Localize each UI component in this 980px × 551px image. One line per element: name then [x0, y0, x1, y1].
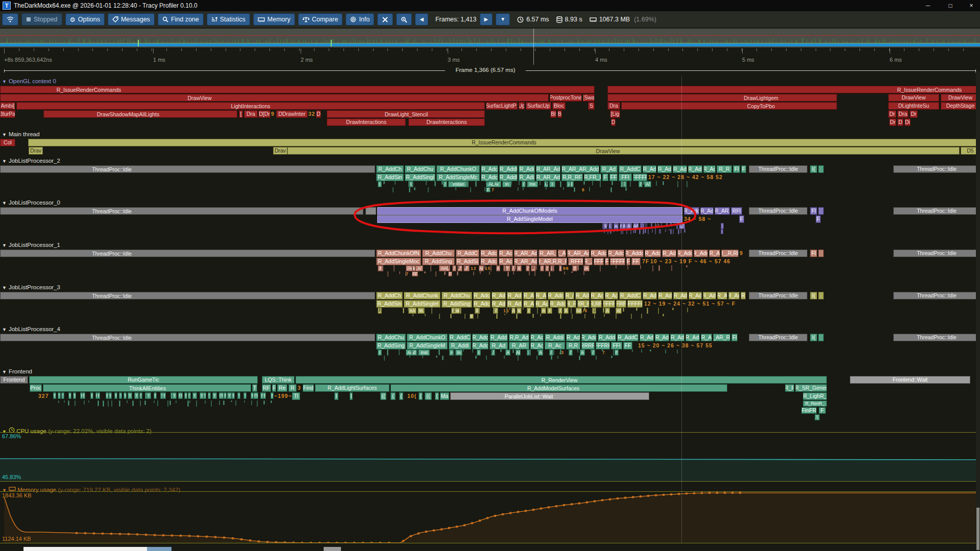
zone-tick[interactable]: [424, 308, 425, 311]
zone-chip[interactable]: Bl: [550, 110, 556, 118]
zone-tick[interactable]: [459, 308, 460, 313]
find-zone-button[interactable]: Find zone: [158, 13, 204, 26]
zone-chip[interactable]: \: [815, 414, 820, 420]
zone-tick[interactable]: [546, 187, 547, 190]
zone-chip[interactable]: 32: [308, 110, 315, 118]
zone-tick[interactable]: [523, 308, 524, 310]
zone-chip[interactable]: T: [184, 392, 187, 399]
zone-tick[interactable]: [611, 181, 613, 185]
zone-chip[interactable]: T: [82, 392, 85, 399]
zone-chip[interactable]: AA: [576, 308, 582, 314]
zone-chip[interactable]: R_Adc: [473, 300, 491, 308]
zone-tick[interactable]: [674, 223, 675, 226]
zone-chip[interactable]: SurfacUp: [526, 102, 551, 110]
zone-chip[interactable]: R_A: [709, 249, 720, 257]
zone-chip[interactable]: R_AddSingl: [405, 173, 435, 181]
zone-tick[interactable]: [561, 265, 562, 269]
zone-chip[interactable]: FF: [623, 342, 632, 349]
compare-button[interactable]: Compare: [298, 13, 342, 26]
zone-tick[interactable]: [591, 349, 592, 353]
zone-tick[interactable]: [509, 308, 510, 310]
zone-tick[interactable]: [663, 314, 664, 316]
zone-chip[interactable]: ThreadProc::Idle: [0, 334, 375, 341]
zone-chip[interactable]: ((: [425, 392, 432, 400]
zone-chip[interactable]: 7: [492, 187, 496, 192]
zone-tick[interactable]: [457, 271, 458, 276]
zone-chip[interactable]: R,RF: [591, 300, 602, 308]
minimize-button[interactable]: ─: [919, 0, 937, 11]
zone-chip[interactable]: FRF: [616, 300, 626, 308]
zone-chip[interactable]: AA: [620, 223, 626, 229]
zone-chip[interactable]: DrawLight_Stencil: [327, 110, 485, 118]
zone-chip[interactable]: R_Ac: [703, 165, 716, 173]
zone-chip[interactable]: R_A: [701, 334, 712, 341]
zone-tick[interactable]: [610, 187, 612, 192]
zone-chip[interactable]: Fl: [731, 334, 738, 341]
zone-chip[interactable]: ThreadProc::Idle: [0, 292, 375, 299]
zone-chip[interactable]: R_AR_Ad: [536, 173, 560, 181]
zone-chip[interactable]: R_AR_Ad: [514, 258, 537, 265]
zone-chip[interactable]: R_AddModelSurfaces: [390, 384, 727, 392]
zone-chip[interactable]: ThreadProc::Idle: [0, 249, 375, 257]
zone-tick[interactable]: [665, 349, 666, 354]
zone-tick[interactable]: [97, 400, 99, 406]
zone-chip[interactable]: FFFFF: [610, 258, 625, 265]
zone-chip[interactable]: R_Ad: [640, 334, 654, 341]
zone-chip[interactable]: /: [443, 181, 447, 187]
zone-tick[interactable]: [518, 356, 519, 361]
zone-chip[interactable]: T: [146, 392, 151, 399]
zone-tick[interactable]: [673, 229, 674, 234]
zone-tick[interactable]: [641, 314, 642, 318]
collapse-triangle-icon[interactable]: ▼: [2, 243, 7, 248]
thread-header-joblistprocessor-0[interactable]: ▼JobListProcessor_0: [2, 199, 60, 206]
zone-tick[interactable]: [414, 187, 415, 190]
zone-chip[interactable]: FF: [631, 258, 641, 265]
zone-chip[interactable]: R_RenR_: [803, 400, 827, 407]
zone-chip[interactable]: R_Ac: [499, 249, 513, 257]
zone-tick[interactable]: [399, 271, 400, 274]
info-button[interactable]: Info: [346, 13, 374, 26]
zone-chip[interactable]: I(: [810, 334, 817, 341]
zone-tick[interactable]: [630, 181, 631, 187]
zone-tick[interactable]: [666, 223, 668, 227]
zone-chip[interactable]: R_Addl: [449, 342, 471, 349]
zone-chip[interactable]: R_IssueRenderCommands: [0, 86, 595, 93]
zone-chip[interactable]: R_AR_RFl: [713, 334, 730, 341]
zone-tick[interactable]: [492, 349, 493, 354]
zone-tick[interactable]: [616, 265, 617, 268]
zone-tick[interactable]: [379, 308, 380, 312]
zone-tick[interactable]: [477, 314, 478, 318]
zone-tick[interactable]: [395, 181, 396, 185]
zone-chip[interactable]: A: [541, 308, 546, 314]
collapse-triangle-icon[interactable]: ▼: [2, 159, 7, 164]
zone-chip[interactable]: T: [154, 392, 157, 399]
zone-chip[interactable]: R_AddSing: [376, 342, 406, 349]
zone-chip[interactable]: Ma: [440, 392, 449, 400]
zone-tick[interactable]: [583, 181, 585, 185]
zone-chip[interactable]: Dra: [897, 110, 909, 118]
zone-chip[interactable]: R_AddChu: [405, 165, 435, 173]
zone-chip[interactable]: R_Adc: [608, 249, 624, 257]
zone-chip[interactable]: R_Adc: [677, 249, 693, 257]
zone-chip[interactable]: B: [557, 110, 562, 118]
zone-tick[interactable]: [464, 314, 465, 319]
zone-chip[interactable]: R_Adi: [688, 165, 702, 173]
zone-chip[interactable]: 12: [471, 265, 478, 271]
zone-chip[interactable]: R_F: [785, 384, 794, 392]
zone-chip[interactable]: Ii: [564, 308, 569, 314]
zone-chip[interactable]: Ii: [517, 308, 522, 314]
zone-chip[interactable]: Col: [0, 139, 15, 146]
zone-tick[interactable]: [529, 271, 530, 276]
zone-tick[interactable]: [658, 308, 659, 314]
zone-tick[interactable]: [621, 229, 622, 234]
zone-tick[interactable]: [442, 356, 444, 360]
zone-tick[interactable]: [140, 400, 141, 406]
zone-chip[interactable]: R_,l: [584, 258, 593, 265]
zone-chip[interactable]: R_Ad: [492, 300, 506, 308]
zone-chip[interactable]: 10 ~ 23 ~ 19 F ~ 46 ~ 57 46: [650, 258, 745, 265]
zone-chip[interactable]: R_AddLightSurfaces: [315, 384, 389, 392]
zone-tick[interactable]: [412, 314, 413, 316]
zone-tick[interactable]: [532, 314, 534, 318]
zone-tick[interactable]: [431, 308, 432, 314]
zone-chip[interactable]: ThreadProc::Idle: [749, 292, 807, 299]
